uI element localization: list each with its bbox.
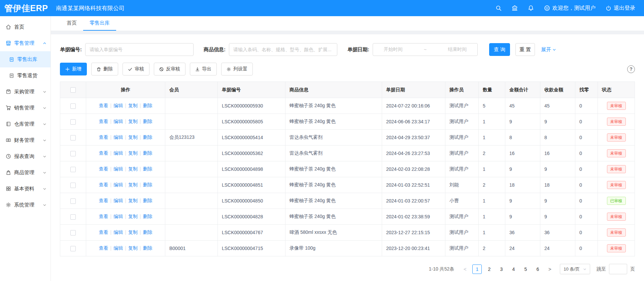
delete-link[interactable]: 删除: [143, 166, 152, 171]
page-button[interactable]: 5: [521, 264, 530, 274]
amount-cell: 16: [505, 146, 540, 161]
sidebar-item-finance[interactable]: 财务管理: [0, 132, 50, 148]
view-link[interactable]: 查看: [99, 166, 108, 171]
sidebar-item-retail-return[interactable]: 零售退货: [0, 67, 50, 84]
row-checkbox[interactable]: [70, 183, 76, 188]
edit-link[interactable]: 编辑: [113, 198, 123, 203]
copy-link[interactable]: 复制: [128, 119, 138, 124]
view-link[interactable]: 查看: [99, 150, 108, 156]
copy-link[interactable]: 复制: [128, 245, 138, 251]
edit-link[interactable]: 编辑: [113, 229, 123, 235]
page-button[interactable]: 4: [509, 264, 518, 274]
view-link[interactable]: 查看: [99, 229, 108, 235]
view-link[interactable]: 查看: [99, 103, 108, 108]
row-checkbox[interactable]: [70, 214, 76, 220]
sidebar-item-system[interactable]: 系统管理: [0, 197, 50, 213]
sidebar-item-basic-data[interactable]: 基本资料: [0, 181, 50, 197]
sidebar-item-retail-outbound[interactable]: 零售出库: [0, 51, 50, 67]
view-link[interactable]: 查看: [99, 134, 108, 140]
delete-link[interactable]: 删除: [143, 214, 152, 219]
view-link[interactable]: 查看: [99, 198, 108, 203]
audit-button[interactable]: 审核: [123, 63, 149, 75]
copy-link[interactable]: 复制: [128, 229, 138, 235]
row-checkbox[interactable]: [70, 230, 76, 236]
copy-link[interactable]: 复制: [128, 134, 138, 140]
export-button[interactable]: 导出: [190, 63, 217, 75]
view-link[interactable]: 查看: [99, 245, 108, 251]
sidebar-item-warehouse[interactable]: 仓库管理: [0, 116, 50, 132]
welcome-user[interactable]: 欢迎您，测试用户: [544, 5, 596, 12]
product-info-input[interactable]: [229, 43, 337, 56]
edit-link[interactable]: 编辑: [113, 166, 123, 171]
sidebar-item-home[interactable]: 首页: [0, 19, 50, 35]
edit-link[interactable]: 编辑: [113, 182, 123, 187]
row-checkbox[interactable]: [70, 135, 76, 140]
row-checkbox[interactable]: [70, 119, 76, 125]
bank-icon[interactable]: [512, 5, 518, 11]
edit-link[interactable]: 编辑: [113, 245, 123, 251]
sidebar-item-reports[interactable]: 报表查询: [0, 148, 50, 164]
page-button[interactable]: 1: [472, 264, 482, 274]
delete-link[interactable]: 删除: [143, 134, 152, 140]
delete-link[interactable]: 删除: [143, 182, 152, 187]
sidebar-item-purchase[interactable]: 采购管理: [0, 84, 50, 100]
row-actions: 查看|编辑|复制|删除: [86, 241, 165, 256]
delete-button[interactable]: 删除: [91, 63, 118, 75]
bill-no-cell: LSCK00000004850: [218, 193, 285, 209]
view-link[interactable]: 查看: [99, 119, 108, 124]
copy-link[interactable]: 复制: [128, 166, 138, 171]
help-icon[interactable]: ?: [627, 65, 635, 73]
view-link[interactable]: 查看: [99, 214, 108, 219]
page-button[interactable]: 6: [533, 264, 542, 274]
view-link[interactable]: 查看: [99, 182, 108, 187]
row-checkbox[interactable]: [70, 167, 76, 172]
tab-retail-outbound[interactable]: 零售出库: [83, 16, 116, 31]
bill-no-input[interactable]: [85, 43, 194, 56]
status-badge: 未审核: [607, 244, 626, 252]
prev-page-icon[interactable]: <: [461, 264, 469, 274]
search-icon[interactable]: [496, 5, 502, 11]
edit-link[interactable]: 编辑: [113, 103, 123, 108]
sidebar-item-retail[interactable]: 零售管理: [0, 35, 50, 51]
column-settings-button[interactable]: 列设置: [221, 63, 253, 75]
edit-link[interactable]: 编辑: [113, 214, 123, 219]
page-button[interactable]: 3: [497, 264, 506, 274]
add-button[interactable]: 新增: [60, 63, 87, 75]
row-checkbox[interactable]: [70, 246, 76, 251]
edit-link[interactable]: 编辑: [113, 119, 123, 124]
next-page-icon[interactable]: >: [545, 264, 554, 274]
delete-link[interactable]: 删除: [143, 119, 152, 124]
expand-link[interactable]: 展开: [541, 46, 556, 53]
plus-icon: [65, 67, 70, 71]
select-all-checkbox[interactable]: [70, 87, 76, 93]
copy-link[interactable]: 复制: [128, 182, 138, 187]
unaudit-button[interactable]: 反审核: [154, 63, 185, 75]
page-size-select[interactable]: 10 条/页: [560, 264, 590, 274]
query-button[interactable]: 查 询: [489, 43, 510, 56]
sidebar-item-sales[interactable]: 销售管理: [0, 100, 50, 116]
sidebar-item-products[interactable]: 商品管理: [0, 164, 50, 181]
bell-icon[interactable]: [528, 5, 534, 11]
reset-button[interactable]: 重 置: [515, 43, 535, 56]
delete-link[interactable]: 删除: [143, 229, 152, 235]
delete-link[interactable]: 删除: [143, 198, 152, 203]
copy-link[interactable]: 复制: [128, 150, 138, 156]
copy-link[interactable]: 复制: [128, 198, 138, 203]
date-range-picker[interactable]: 开始时间 ~ 结束时间: [373, 43, 478, 56]
date-end-placeholder: 结束时间: [448, 46, 467, 53]
delete-link[interactable]: 删除: [143, 103, 152, 108]
delete-link[interactable]: 删除: [143, 150, 152, 156]
edit-link[interactable]: 编辑: [113, 134, 123, 140]
copy-link[interactable]: 复制: [128, 214, 138, 219]
row-checkbox[interactable]: [70, 198, 76, 204]
jump-page-input[interactable]: [609, 264, 627, 274]
row-checkbox[interactable]: [70, 103, 76, 109]
row-checkbox[interactable]: [70, 151, 76, 156]
logout-button[interactable]: 退出登录: [606, 5, 635, 12]
tab-home[interactable]: 首页: [60, 16, 83, 31]
delete-link[interactable]: 删除: [143, 245, 152, 251]
notebook-icon: [6, 121, 11, 127]
page-button[interactable]: 2: [484, 264, 494, 274]
edit-link[interactable]: 编辑: [113, 150, 123, 156]
copy-link[interactable]: 复制: [128, 103, 138, 108]
